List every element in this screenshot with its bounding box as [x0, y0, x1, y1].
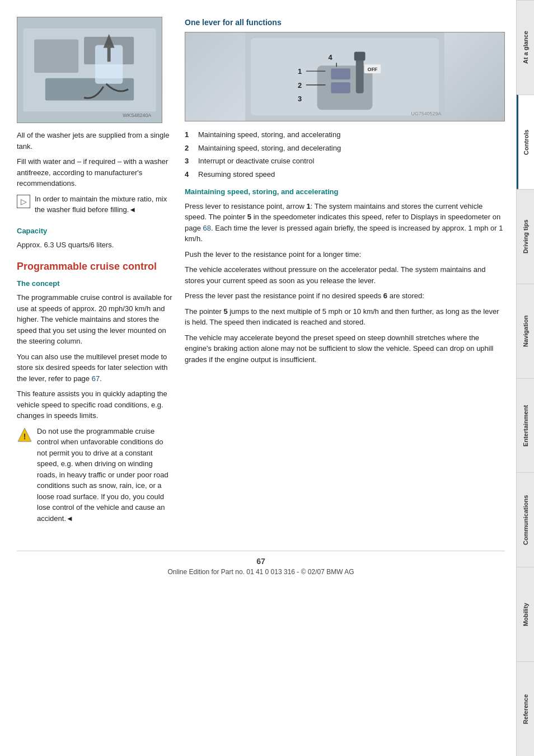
page-footer: 67 Online Edition for Part no. 01 41 0 0… — [17, 551, 505, 576]
sidebar-item-at-a-glance[interactable]: At a glance — [517, 0, 534, 95]
sidebar-item-navigation[interactable]: Navigation — [517, 284, 534, 378]
list-item-1: 1 Maintaining speed, storing, and accele… — [185, 129, 505, 140]
item-3-num: 3 — [185, 156, 194, 167]
item-4-num: 4 — [185, 169, 194, 180]
concept-text2: You can also use the multilevel preset m… — [17, 351, 174, 384]
sidebar-tabs: At a glance Controls Driving tips Naviga… — [516, 0, 534, 756]
item-4-text: Resuming stored speed — [198, 169, 275, 180]
lever-header: One lever for all functions — [185, 17, 505, 29]
item-2-num: 2 — [185, 143, 194, 154]
svg-rect-16 — [331, 82, 350, 93]
sidebar-item-controls[interactable]: Controls — [517, 95, 534, 189]
concept-text1: The programmable cruise control is avail… — [17, 292, 174, 347]
svg-rect-15 — [331, 68, 350, 79]
page-number: 67 — [17, 557, 505, 566]
svg-text:!: ! — [24, 432, 26, 441]
sidebar-item-reference[interactable]: Reference — [517, 661, 534, 756]
warning-box: ! Do not use the programmable cruise con… — [17, 426, 174, 529]
sidebar-item-mobility[interactable]: Mobility — [517, 567, 534, 661]
right-para4: Press the lever past the resistance poin… — [185, 290, 505, 302]
svg-text:OFF: OFF — [368, 67, 378, 72]
item-2-text: Maintaining speed, storing, and decelera… — [198, 143, 341, 154]
page-link-68[interactable]: 68 — [203, 224, 211, 232]
fill-instruction: Fill with water and – if required – with… — [17, 156, 174, 189]
cruise-section-header: Programmable cruise control — [17, 261, 174, 273]
numbered-list: 1 Maintaining speed, storing, and accele… — [185, 129, 505, 180]
svg-text:UG7540529A: UG7540529A — [411, 111, 442, 116]
note-text: In order to maintain the mixture ratio, … — [35, 194, 174, 215]
list-item-2: 2 Maintaining speed, storing, and decele… — [185, 143, 505, 154]
svg-text:2: 2 — [298, 81, 302, 90]
capacity-text: Approx. 6.3 US quarts/6 liters. — [17, 240, 174, 251]
note-box: ▷ In order to maintain the mixture ratio… — [17, 194, 174, 220]
item-1-num: 1 — [185, 129, 194, 140]
svg-text:4: 4 — [328, 53, 332, 62]
sidebar-item-communications[interactable]: Communications — [517, 472, 534, 567]
capacity-header: Capacity — [17, 226, 174, 237]
warning-text: Do not use the programmable cruise contr… — [37, 426, 174, 524]
svg-text:WKS48240A: WKS48240A — [123, 112, 151, 118]
right-column: One lever for all functions — [185, 17, 505, 534]
item-3-text: Interrupt or deactivate cruise control — [198, 156, 314, 167]
right-para5: The pointer 5 jumps to the next multiple… — [185, 306, 505, 328]
item-1-text: Maintaining speed, storing, and accelera… — [198, 129, 340, 140]
footer-text: Online Edition for Part no. 01 41 0 013 … — [17, 568, 505, 576]
right-para1: Press lever to resistance point, arrow 1… — [185, 201, 505, 245]
cruise-lever-image: OFF 1 2 3 4 UG7540529A — [185, 32, 505, 121]
right-para6: The vehicle may accelerate beyond the pr… — [185, 332, 505, 365]
note-icon: ▷ — [17, 195, 30, 208]
list-item-4: 4 Resuming stored speed — [185, 169, 505, 180]
left-column: WKS48240A All of the washer jets are sup… — [17, 17, 174, 534]
svg-text:3: 3 — [298, 95, 302, 103]
list-item-3: 3 Interrupt or deactivate cruise control — [185, 156, 505, 167]
concept-text3: This feature assists you in quickly adap… — [17, 388, 174, 421]
washer-image: WKS48240A — [17, 17, 162, 123]
sidebar-item-driving-tips[interactable]: Driving tips — [517, 189, 534, 284]
right-para2: Push the lever to the resistance point f… — [185, 249, 505, 260]
washer-caption: All of the washer jets are supplied from… — [17, 130, 174, 152]
concept-header: The concept — [17, 278, 174, 289]
svg-text:1: 1 — [298, 67, 302, 76]
page-link-67[interactable]: 67 — [92, 374, 100, 383]
svg-rect-2 — [34, 40, 78, 73]
warning-icon: ! — [17, 427, 32, 443]
right-para3: The vehicle accelerates without pressure… — [185, 264, 505, 286]
sidebar-item-entertainment[interactable]: Entertainment — [517, 378, 534, 473]
maintain-speed-header: Maintaining speed, storing, and accelera… — [185, 186, 505, 198]
svg-rect-14 — [354, 52, 366, 61]
